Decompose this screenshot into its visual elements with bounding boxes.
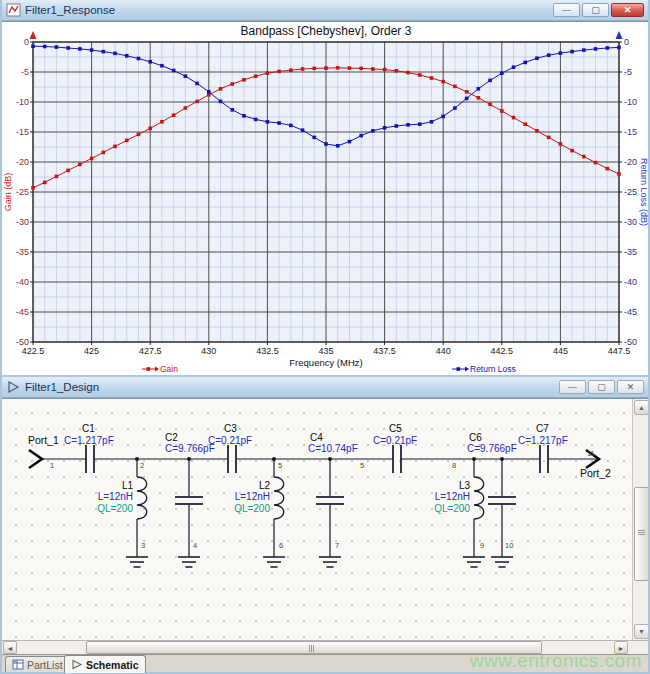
chart-title: Bandpass [Chebyshev], Order 3	[241, 24, 412, 38]
design-titlebar[interactable]: Filter1_Design — ▢ ✕	[2, 377, 648, 398]
left-axis-label: Gain (dB)	[3, 173, 13, 212]
design-window: Filter1_Design — ▢ ✕ Port_1Port_2C1C=1.2…	[0, 377, 650, 674]
tab-schematic[interactable]: Schematic	[64, 655, 146, 673]
svg-text:-25: -25	[16, 187, 29, 197]
svg-text:Port_2: Port_2	[580, 467, 611, 479]
schematic-canvas[interactable]: Port_1Port_2C1C=1.217pFC3C=0.21pFC5C=0.2…	[2, 399, 632, 640]
svg-text:11: 11	[587, 449, 595, 458]
x-axis-label: Frequency (MHz)	[289, 357, 362, 368]
chart-y-axis-right: 0-5-10-15-20-25-30-35-40-45-50	[619, 37, 637, 347]
horizontal-scrollbar[interactable]: ◄ ►	[2, 640, 648, 654]
ground-symbols	[126, 557, 513, 567]
svg-text:C=9.766pF: C=9.766pF	[467, 443, 517, 454]
svg-text:9: 9	[480, 541, 484, 550]
component-C7[interactable]: C7C=1.217pF	[518, 423, 568, 473]
svg-text:445: 445	[553, 346, 568, 356]
svg-text:Return Loss: Return Loss	[470, 364, 516, 374]
close-button[interactable]: ✕	[611, 3, 644, 17]
svg-text:-30: -30	[16, 217, 29, 227]
component-L2[interactable]: L2L=12nHQL=200	[234, 457, 284, 557]
svg-text:-5: -5	[21, 67, 29, 77]
response-window: Filter1_Response — ▢ ✕ 422.5425427.54304…	[0, 0, 650, 377]
svg-text:L=12nH: L=12nH	[98, 491, 133, 502]
port-Port_1[interactable]: Port_1	[28, 434, 59, 468]
svg-text:-45: -45	[624, 307, 637, 317]
svg-text:5: 5	[278, 461, 282, 470]
maximize-button[interactable]: ▢	[582, 3, 609, 17]
scroll-left-arrow[interactable]: ◄	[3, 641, 17, 654]
svg-text:432.5: 432.5	[256, 346, 279, 356]
component-C4[interactable]: C4C=10.74pF	[308, 432, 358, 557]
svg-text:7: 7	[335, 541, 339, 550]
svg-text:C2: C2	[165, 432, 178, 443]
scroll-up-arrow[interactable]: ▲	[634, 400, 648, 415]
chart-y-axis-left: 0-5-10-15-20-25-30-35-40-45-50	[16, 37, 33, 347]
svg-text:C1: C1	[82, 423, 95, 434]
svg-text:1: 1	[50, 461, 54, 470]
response-chart-area: 422.5425427.5430432.5435437.5440442.5445…	[2, 21, 648, 375]
port-Port_2[interactable]: Port_2	[580, 450, 611, 479]
svg-text:QL=200: QL=200	[434, 503, 470, 514]
design-window-controls: — ▢ ✕	[559, 380, 644, 394]
svg-text:-45: -45	[16, 307, 29, 317]
scroll-right-arrow[interactable]: ►	[614, 641, 628, 654]
svg-text:-20: -20	[16, 157, 29, 167]
svg-text:-15: -15	[16, 127, 29, 137]
svg-text:-40: -40	[624, 277, 637, 287]
svg-text:4: 4	[193, 541, 197, 550]
legend-return-loss: Return Loss	[452, 364, 516, 374]
component-C2[interactable]: C2C=9.766pF	[165, 432, 215, 557]
svg-text:447.5: 447.5	[608, 346, 631, 356]
minimize-button[interactable]: —	[559, 380, 586, 394]
svg-text:0: 0	[624, 37, 629, 47]
partlist-icon	[12, 659, 24, 670]
minimize-button[interactable]: —	[553, 3, 580, 17]
scroll-down-arrow[interactable]: ▼	[634, 624, 648, 639]
horizontal-scrollbar-thumb[interactable]	[86, 641, 542, 654]
chart-x-axis: 422.5425427.5430432.5435437.5440442.5445…	[22, 342, 631, 356]
vertical-scrollbar[interactable]: ▲ ▼	[632, 399, 648, 640]
tab-bar: PartList Schematic	[2, 654, 648, 672]
svg-text:L1: L1	[122, 480, 134, 491]
svg-text:427.5: 427.5	[139, 346, 162, 356]
gain-axis-arrow-icon	[30, 31, 37, 39]
svg-text:L=12nH: L=12nH	[435, 491, 470, 502]
legend-gain: Gain	[142, 364, 178, 374]
schematic-area: Port_1Port_2C1C=1.217pFC3C=0.21pFC5C=0.2…	[2, 398, 648, 640]
component-C5[interactable]: C5C=0.21pF	[373, 423, 417, 473]
component-C1[interactable]: C1C=1.217pF	[64, 423, 114, 473]
svg-text:6: 6	[279, 541, 283, 550]
svg-text:-10: -10	[16, 97, 29, 107]
svg-text:0: 0	[24, 37, 29, 47]
svg-text:Port_1: Port_1	[28, 434, 59, 446]
tab-partlist-label: PartList	[27, 659, 63, 671]
close-button[interactable]: ✕	[617, 380, 644, 394]
component-L3[interactable]: L3L=12nHQL=200	[434, 457, 484, 557]
tab-partlist[interactable]: PartList	[5, 656, 70, 672]
maximize-button[interactable]: ▢	[588, 380, 615, 394]
return-loss-axis-arrow-icon	[616, 31, 623, 39]
svg-text:435: 435	[318, 346, 333, 356]
svg-text:-50: -50	[624, 337, 637, 347]
thumb-grip-icon	[638, 530, 645, 535]
svg-text:C7: C7	[536, 423, 549, 434]
svg-text:QL=200: QL=200	[234, 503, 270, 514]
svg-text:-35: -35	[16, 247, 29, 257]
svg-text:442.5: 442.5	[491, 346, 514, 356]
svg-text:-20: -20	[624, 157, 637, 167]
svg-text:-10: -10	[624, 97, 637, 107]
vertical-scrollbar-thumb[interactable]	[634, 487, 648, 581]
svg-text:L=12nH: L=12nH	[235, 491, 270, 502]
svg-text:C5: C5	[389, 423, 402, 434]
svg-text:C=10.74pF: C=10.74pF	[308, 443, 358, 454]
svg-text:3: 3	[141, 541, 145, 550]
svg-text:C=0.21pF: C=0.21pF	[373, 435, 417, 446]
svg-text:-25: -25	[624, 187, 637, 197]
svg-text:10: 10	[505, 541, 513, 550]
component-L1[interactable]: L1L=12nHQL=200	[97, 457, 147, 557]
svg-text:425: 425	[84, 346, 99, 356]
design-window-icon	[6, 380, 21, 394]
response-titlebar[interactable]: Filter1_Response — ▢ ✕	[2, 0, 648, 21]
svg-text:-15: -15	[624, 127, 637, 137]
svg-text:L3: L3	[459, 480, 471, 491]
